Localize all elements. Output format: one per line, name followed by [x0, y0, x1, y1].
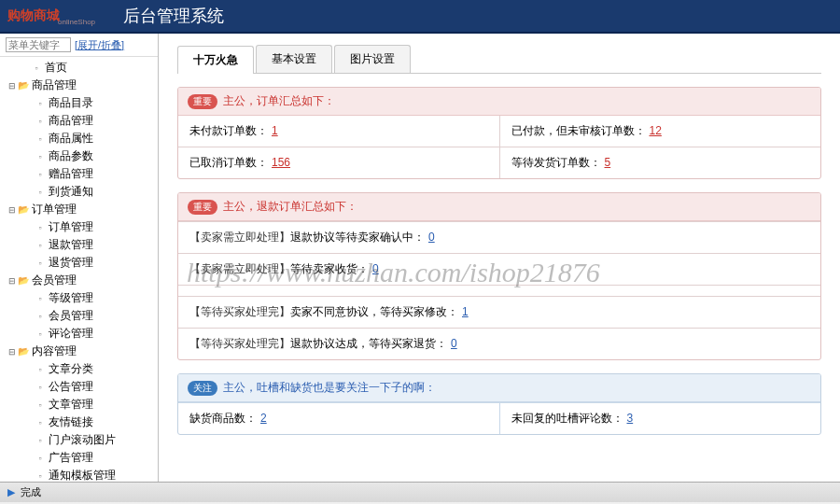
- sidebar-item-label: 友情链接: [49, 414, 93, 430]
- tab[interactable]: 基本设置: [256, 45, 332, 73]
- sidebar-item[interactable]: ▫退货管理: [4, 254, 158, 272]
- sidebar-folder[interactable]: ⊟📂会员管理: [4, 272, 158, 289]
- play-icon: ▶: [7, 486, 15, 498]
- sidebar-item-label: 商品目录: [49, 95, 93, 111]
- sidebar-item[interactable]: ▫退款管理: [4, 236, 158, 254]
- stat-cell: 已付款，但未审核订单数：12: [500, 116, 821, 147]
- collapse-icon[interactable]: ⊟: [7, 81, 17, 91]
- page-icon: ▫: [34, 363, 47, 376]
- tab[interactable]: 十万火急: [177, 46, 254, 74]
- page-icon: ▫: [34, 469, 47, 483]
- sidebar-item[interactable]: ▫公告管理: [4, 378, 158, 396]
- stat-link[interactable]: 5: [605, 156, 611, 169]
- page-icon: ▫: [34, 168, 47, 181]
- sidebar-item-label: 首页: [45, 60, 67, 76]
- sidebar-item-label: 文章管理: [49, 397, 93, 413]
- important-badge: 重要: [188, 94, 217, 109]
- sidebar-item-label: 商品管理: [49, 113, 93, 129]
- menu-search-input[interactable]: [6, 37, 71, 52]
- logo-sub: onlineShop: [58, 18, 95, 26]
- sidebar-item-label: 退货管理: [49, 255, 93, 271]
- sidebar-item[interactable]: ▫订单管理: [4, 218, 158, 236]
- stat-link[interactable]: 3: [627, 412, 634, 425]
- status-bar: ▶ 完成: [0, 482, 840, 502]
- stat-link[interactable]: 12: [650, 124, 662, 137]
- page-icon: ▫: [34, 97, 47, 110]
- sidebar-item[interactable]: ▫到货通知: [4, 183, 158, 201]
- page-icon: ▫: [34, 150, 47, 163]
- sidebar-item[interactable]: ▫商品属性: [4, 130, 158, 147]
- refund-tag: 【卖家需立即处理】: [189, 231, 290, 244]
- sidebar-item-label: 内容管理: [32, 343, 77, 359]
- stat-link[interactable]: 0: [451, 337, 457, 350]
- sidebar-folder[interactable]: ⊟📂订单管理: [4, 201, 158, 218]
- page-icon: ▫: [34, 310, 47, 323]
- sidebar-item[interactable]: ▫等级管理: [4, 289, 158, 307]
- sidebar-item[interactable]: ▫通知模板管理: [4, 467, 158, 482]
- refund-label: 卖家不同意协议，等待买家修改：: [290, 305, 458, 318]
- sidebar-item-label: 到货通知: [49, 184, 93, 200]
- page-icon: ▫: [34, 239, 47, 252]
- sidebar-item[interactable]: ▫文章管理: [4, 396, 158, 413]
- collapse-icon[interactable]: ⊟: [7, 347, 17, 357]
- sidebar-item-label: 评论管理: [49, 326, 93, 342]
- sidebar-item[interactable]: ▫友情链接: [4, 413, 158, 431]
- refund-section-header: 重要 主公，退款订单汇总如下：: [178, 193, 820, 221]
- stat-label: 未回复的吐槽评论数：: [511, 412, 623, 425]
- expand-collapse-link[interactable]: [展开/折叠]: [75, 38, 124, 52]
- stat-link[interactable]: 156: [272, 156, 290, 169]
- stat-link[interactable]: 0: [428, 231, 435, 244]
- tab[interactable]: 图片设置: [334, 45, 411, 73]
- sidebar-item[interactable]: ▫首页: [4, 59, 158, 77]
- sidebar-item[interactable]: ▫文章分类: [4, 360, 158, 378]
- stat-label: 未付款订单数：: [189, 124, 268, 137]
- sidebar-item[interactable]: ▫评论管理: [4, 325, 158, 343]
- stat-label: 等待发货订单数：: [511, 156, 601, 169]
- sidebar-item-label: 订单管理: [49, 219, 93, 235]
- nav-tree: ▫首页⊟📂商品管理▫商品目录▫商品管理▫商品属性▫商品参数▫赠品管理▫到货通知⊟…: [0, 57, 158, 482]
- page-icon: ▫: [34, 452, 47, 465]
- refund-label: 等待卖家收货：: [290, 262, 369, 275]
- refund-row: 【等待买家处理完】退款协议达成，等待买家退货：0: [178, 328, 820, 359]
- page-icon: ▫: [34, 292, 47, 305]
- page-icon: ▫: [34, 381, 47, 394]
- stat-label: 已取消订单数：: [189, 156, 268, 169]
- sidebar-item[interactable]: ▫广告管理: [4, 449, 158, 467]
- folder-open-icon: 📂: [17, 79, 30, 92]
- refund-label: 退款协议达成，等待买家退货：: [290, 337, 447, 350]
- sidebar-folder[interactable]: ⊟📂内容管理: [4, 343, 158, 360]
- sidebar-item[interactable]: ▫会员管理: [4, 307, 158, 325]
- stat-cell: 未付款订单数：1: [178, 116, 500, 147]
- stat-link[interactable]: 0: [372, 262, 379, 275]
- logo: 购物商城 onlineShop: [0, 0, 112, 33]
- collapse-icon[interactable]: ⊟: [7, 205, 17, 215]
- refund-section: 重要 主公，退款订单汇总如下： 【卖家需立即处理】退款协议等待卖家确认中：0【卖…: [177, 192, 821, 360]
- sidebar-item[interactable]: ▫赠品管理: [4, 165, 158, 183]
- sidebar-item[interactable]: ▫商品目录: [4, 94, 158, 112]
- sidebar-item[interactable]: ▫门户滚动图片: [4, 431, 158, 449]
- sidebar-item-label: 订单管理: [32, 202, 77, 217]
- sidebar-item-label: 公告管理: [49, 379, 93, 395]
- orders-section-header: 重要 主公，订单汇总如下：: [178, 88, 820, 116]
- stat-link[interactable]: 2: [260, 412, 267, 425]
- stat-link[interactable]: 1: [462, 305, 469, 318]
- attention-badge: 关注: [188, 381, 217, 396]
- sidebar-item[interactable]: ▫商品参数: [4, 147, 158, 165]
- sidebar-item-label: 退款管理: [49, 237, 93, 253]
- page-icon: ▫: [34, 416, 47, 429]
- attention-section-title: 主公，吐槽和缺货也是要关注一下子的啊：: [223, 380, 436, 396]
- refund-row: 【等待买家处理完】卖家不同意协议，等待买家修改：1: [178, 296, 820, 328]
- sidebar-item[interactable]: ▫商品管理: [4, 112, 158, 130]
- stat-link[interactable]: 1: [272, 124, 278, 137]
- sidebar-folder[interactable]: ⊟📂商品管理: [4, 77, 158, 94]
- sidebar-item-label: 等级管理: [49, 290, 93, 306]
- sidebar-top: [展开/折叠]: [0, 34, 158, 57]
- stat-label: 已付款，但未审核订单数：: [511, 124, 646, 137]
- orders-section-title: 主公，订单汇总如下：: [223, 93, 335, 109]
- orders-section: 重要 主公，订单汇总如下： 未付款订单数：1已付款，但未审核订单数：12已取消订…: [177, 87, 821, 179]
- stat-cell: 缺货商品数：2: [178, 402, 500, 434]
- collapse-icon[interactable]: ⊟: [7, 276, 17, 286]
- sidebar-item-label: 通知模板管理: [49, 468, 116, 482]
- important-badge: 重要: [188, 200, 217, 215]
- page-icon: ▫: [30, 62, 43, 75]
